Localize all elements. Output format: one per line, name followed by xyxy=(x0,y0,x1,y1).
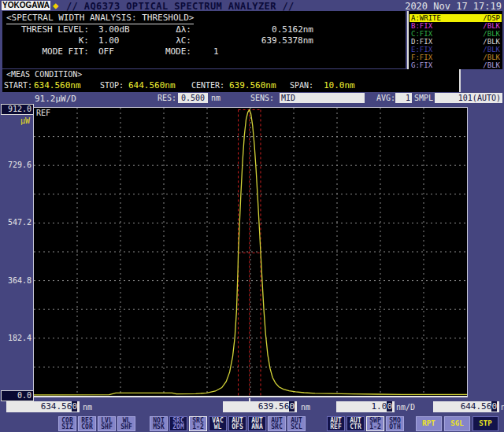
span-label: SPAN: xyxy=(290,81,313,90)
softkey-swp-1-2[interactable]: SWP1-2 xyxy=(366,416,384,431)
analysis-row: MODE FIT: OFF MODE: 1 xyxy=(2,46,406,57)
res-value-field[interactable]: 0.500 xyxy=(178,93,208,103)
mode-fit-value: OFF xyxy=(98,46,114,57)
analysis-row: K: 1.00 λC: 639.5378nm xyxy=(2,35,406,46)
sens-label: SENS: xyxy=(250,94,274,102)
x-scale-field[interactable]: 1.00 xyxy=(336,401,395,412)
digit-cursor: 0 xyxy=(491,401,497,412)
start-value[interactable]: 634.560nm xyxy=(34,80,81,90)
trace-row-e[interactable]: E:FIX/BLK xyxy=(410,46,502,54)
trace-name: A:WRITE xyxy=(411,14,441,22)
spectrum-plot xyxy=(33,107,468,397)
yokogawa-logo: YOKOGAWA xyxy=(2,1,50,10)
osa-screen: YOKOGAWA ◆ // AQ6373 OPTICAL SPECTRUM AN… xyxy=(0,0,504,432)
res-label: RES: xyxy=(158,94,176,102)
softkey-src-zom[interactable]: SRCZOM xyxy=(169,416,187,431)
y-tick-729: 729.6 xyxy=(0,161,32,169)
stop-value[interactable]: 644.560nm xyxy=(128,80,176,90)
ref-level-box[interactable]: 912.0 xyxy=(1,104,34,115)
softkey-src-1-2[interactable]: SRC1-2 xyxy=(189,416,207,431)
y-tick-364: 364.8 xyxy=(0,276,32,285)
y-tick-547: 547.2 xyxy=(0,218,32,227)
digit-cursor: 0 xyxy=(387,401,392,412)
x-start-field[interactable]: 634.560 xyxy=(6,401,80,412)
trace-mode: /BLK xyxy=(483,22,500,30)
trace-row-f[interactable]: F:FIX/BLK xyxy=(410,54,502,61)
k-label: K: xyxy=(2,35,89,46)
trace-mode: /BLK xyxy=(483,46,500,54)
logo-diamond-icon: ◆ xyxy=(53,0,58,11)
digit-cursor: 0 xyxy=(289,401,295,412)
softkey-aut-ref[interactable]: AUTREF xyxy=(327,416,345,431)
smpl-value-field[interactable]: 101(AUTO) xyxy=(435,93,502,103)
mode-value: 1 xyxy=(213,46,219,57)
y-tick-182: 182.4 xyxy=(0,334,32,342)
trace-mode: /BLK xyxy=(483,30,500,38)
datetime: 2020 Nov 17 17:19 xyxy=(394,1,502,12)
meas-panel: <MEAS CONDITION> START: 634.560nm STOP: … xyxy=(2,69,461,92)
softkey-smo-oth[interactable]: SMOOTH xyxy=(386,416,404,431)
softkey-stp[interactable]: STP xyxy=(472,416,498,431)
trace-row-b[interactable]: B:FIX/BLK xyxy=(410,22,502,30)
x-center-unit: nm xyxy=(301,403,310,412)
trace-name: C:FIX xyxy=(411,30,432,38)
trace-panel-rows: A:WRITE/DSPB:FIX/BLKC:FIX/BLKD:FIX/BLKE:… xyxy=(407,11,502,69)
softkey-aut-ctr[interactable]: AUTCTR xyxy=(346,416,365,431)
ref-label: REF xyxy=(36,109,50,117)
trace-name: E:FIX xyxy=(411,46,432,54)
bottom-level-box: 0.0 xyxy=(1,390,34,401)
trace-mode: /BLK xyxy=(483,38,500,46)
analysis-row: THRESH LEVEL: 3.00dB Δλ: 0.5162nm xyxy=(2,24,406,35)
softkey-cor-siz[interactable]: CORSIZ xyxy=(58,416,76,431)
spectrum-trace xyxy=(34,109,467,394)
delta-lambda-label: Δλ: xyxy=(120,24,191,35)
mode-fit-label: MODE FIT: xyxy=(2,46,89,57)
softkey-aut-src[interactable]: AUTSRC xyxy=(268,416,286,431)
level-per-div: 91.2µW/D xyxy=(35,94,76,104)
trace-name: D:FIX xyxy=(411,38,432,46)
softkey-res-cor[interactable]: RESCOR xyxy=(78,416,96,431)
avg-value-field[interactable]: 1 xyxy=(395,93,412,103)
trace-name: B:FIX xyxy=(411,22,432,30)
softkey-lvl-shf[interactable]: LVLSHF xyxy=(98,416,116,431)
trace-row-d[interactable]: D:FIX/BLK xyxy=(410,38,502,46)
softkey-wl-shf[interactable]: WLSHF xyxy=(117,416,135,431)
analysis-panel: <SPECTRAL WIDTH ANALYSIS: THRESHOLD> THR… xyxy=(2,11,406,68)
x-stop-field[interactable]: 644.560 xyxy=(433,401,499,412)
x-scale-unit: nm/D xyxy=(396,403,415,412)
res-unit: nm xyxy=(211,94,220,102)
span-value[interactable]: 10.0nm xyxy=(324,80,355,90)
softkey-aut-ana[interactable]: AUTANA xyxy=(248,416,266,431)
softkey-aut-ofs[interactable]: AUTOFS xyxy=(228,416,246,431)
trace-row-g[interactable]: G:FIX/BLK xyxy=(410,61,502,69)
app-title: // AQ6373 OPTICAL SPECTRUM ANALYZER // xyxy=(66,1,295,12)
thresh-level-label: THRESH LEVEL: xyxy=(2,24,89,35)
mode-label: MODE: xyxy=(120,46,191,57)
trace-name: G:FIX xyxy=(411,61,432,69)
softkey-vac-wl[interactable]: VACWL xyxy=(209,416,227,431)
start-label: START: xyxy=(4,81,32,90)
softkey-sgl[interactable]: SGL xyxy=(444,416,470,431)
softkey-noi-msk[interactable]: NOIMSK xyxy=(150,416,168,431)
sens-value-field[interactable]: MID xyxy=(280,93,365,103)
y-axis-unit: µW xyxy=(11,116,30,125)
lambda-c-label: λC: xyxy=(120,35,191,46)
trace-mode: /DSP xyxy=(483,14,500,22)
lambda-c-value: 639.5378nm xyxy=(203,35,313,46)
softkey-rpt[interactable]: RPT xyxy=(416,416,442,431)
x-start-unit: nm xyxy=(83,403,92,412)
softkey-aut-scl[interactable]: AUTSCL xyxy=(287,416,306,431)
x-center-field[interactable]: 639.560 xyxy=(223,401,297,412)
center-value[interactable]: 639.560nm xyxy=(229,80,276,90)
avg-label: AVG: xyxy=(376,94,395,102)
x-stop-unit: nm xyxy=(501,403,504,412)
k-value: 1.00 xyxy=(98,35,120,46)
trace-row-c[interactable]: C:FIX/BLK xyxy=(410,30,502,38)
center-label: CENTER: xyxy=(191,81,224,90)
trace-name: F:FIX xyxy=(411,54,432,61)
spectrum-svg xyxy=(34,108,467,396)
trace-mode: /BLK xyxy=(483,61,500,69)
trace-row-a[interactable]: A:WRITE/DSP xyxy=(410,14,502,22)
stop-label: STOP: xyxy=(100,81,124,90)
digit-cursor: 0 xyxy=(72,401,77,412)
